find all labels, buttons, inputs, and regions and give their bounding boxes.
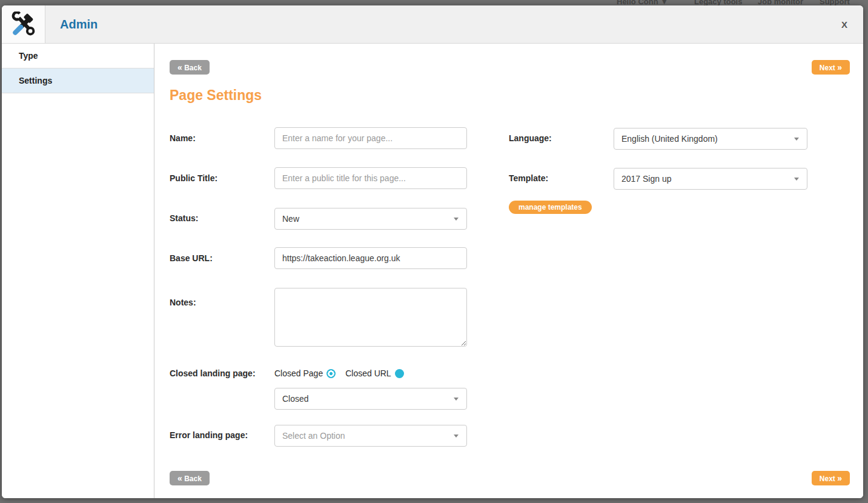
- status-select-value: New: [282, 214, 299, 224]
- chevrons-right-icon: »: [837, 62, 842, 72]
- status-select[interactable]: New: [274, 208, 467, 230]
- public-title-label: Public Title:: [170, 173, 217, 183]
- language-select-value: English (United Kingdom): [621, 134, 718, 144]
- chevron-down-icon: [454, 398, 459, 401]
- closed-page-select[interactable]: Closed: [274, 388, 467, 410]
- template-select[interactable]: 2017 Sign up: [614, 168, 807, 190]
- back-button-label: Back: [184, 64, 202, 72]
- back-button-bottom[interactable]: « Back: [170, 471, 210, 485]
- sidebar-item-settings[interactable]: Settings: [2, 68, 154, 93]
- closed-page-radio-label: Closed Page: [274, 368, 323, 378]
- chevrons-left-icon: «: [177, 473, 182, 483]
- close-icon[interactable]: X: [841, 19, 847, 30]
- closed-landing-label: Closed landing page:: [170, 368, 256, 378]
- name-input[interactable]: [274, 127, 467, 149]
- chevrons-right-icon: »: [837, 473, 842, 483]
- closed-url-radio-label: Closed URL: [345, 368, 391, 378]
- closed-page-select-value: Closed: [282, 394, 309, 404]
- chevrons-left-icon: «: [177, 62, 182, 72]
- error-landing-label: Error landing page:: [170, 430, 248, 440]
- notes-label: Notes:: [170, 298, 196, 307]
- error-landing-select[interactable]: Select an Option: [274, 425, 467, 447]
- chevron-down-icon: [454, 435, 459, 438]
- back-button-label: Back: [184, 475, 202, 483]
- closed-page-radio[interactable]: [326, 369, 336, 378]
- next-button-label: Next: [820, 64, 835, 72]
- tools-icon-box: [2, 5, 45, 43]
- page-settings-panel: « Back Next » Page Settings Name: Public…: [154, 44, 863, 498]
- name-label: Name:: [170, 133, 196, 143]
- template-select-value: 2017 Sign up: [621, 174, 672, 184]
- chevron-down-icon: [794, 138, 799, 141]
- closed-landing-radio-group: Closed Page Closed URL: [274, 367, 404, 379]
- next-button-bottom[interactable]: Next »: [812, 471, 850, 485]
- tools-icon: [11, 12, 36, 37]
- modal-header: Admin X: [2, 5, 863, 44]
- back-button-top[interactable]: « Back: [170, 60, 210, 75]
- admin-modal: Admin X Type Settings « Back Next » Page…: [2, 5, 863, 498]
- chevron-down-icon: [454, 218, 459, 221]
- page-title: Page Settings: [170, 87, 262, 104]
- error-landing-select-value: Select an Option: [282, 431, 345, 441]
- closed-url-radio[interactable]: [395, 369, 404, 378]
- sidebar-item-type[interactable]: Type: [2, 44, 154, 68]
- base-url-input[interactable]: [274, 247, 467, 269]
- public-title-input[interactable]: [274, 167, 467, 189]
- modal-body: Type Settings « Back Next » Page Setting…: [2, 44, 863, 498]
- next-button-label: Next: [820, 475, 835, 483]
- language-select[interactable]: English (United Kingdom): [614, 128, 807, 150]
- status-label: Status:: [170, 213, 198, 223]
- chevron-down-icon: [794, 178, 799, 181]
- modal-title: Admin: [60, 18, 98, 32]
- manage-templates-button[interactable]: manage templates: [509, 201, 592, 214]
- template-label: Template:: [509, 173, 548, 183]
- notes-textarea[interactable]: [274, 288, 467, 347]
- sidebar: Type Settings: [2, 44, 154, 498]
- next-button-top[interactable]: Next »: [812, 60, 850, 75]
- language-label: Language:: [509, 133, 552, 143]
- base-url-label: Base URL:: [170, 253, 213, 263]
